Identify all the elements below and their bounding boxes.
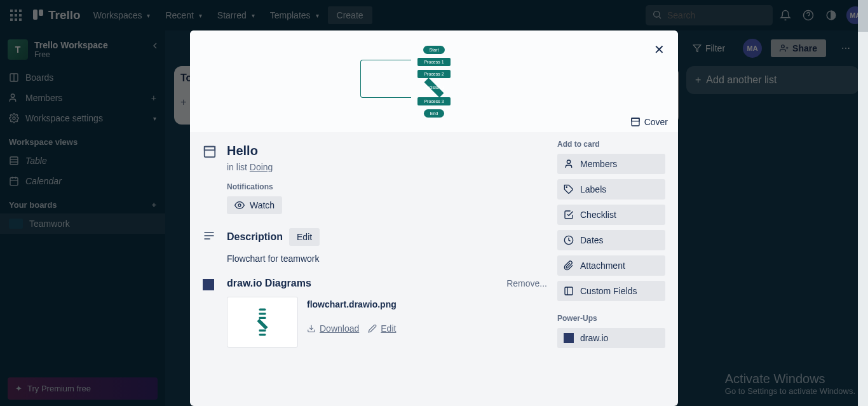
svg-rect-32 — [565, 287, 573, 295]
in-list-label: in list Doing — [227, 162, 273, 172]
drawio-heading: draw.io Diagrams — [227, 278, 311, 289]
add-to-card-heading: Add to card — [557, 140, 665, 149]
flowchart-preview: Start Process 1 Process 2 Decision 1 Pro… — [417, 46, 450, 118]
in-list-link[interactable]: Doing — [250, 162, 273, 172]
svg-point-30 — [566, 187, 567, 187]
powerups-heading: Power-Ups — [557, 314, 665, 323]
notifications-heading: Notifications — [227, 182, 547, 191]
modal-overlay[interactable]: ✕ Start Process 1 Process 2 Decision 1 P… — [0, 0, 868, 406]
svg-rect-21 — [632, 118, 639, 121]
custom-fields-button[interactable]: Custom Fields — [557, 281, 665, 301]
remove-drawio-link[interactable]: Remove... — [506, 278, 547, 288]
cover-button[interactable]: Cover — [630, 117, 668, 127]
download-link[interactable]: Download — [307, 323, 359, 334]
card-modal: ✕ Start Process 1 Process 2 Decision 1 P… — [190, 30, 678, 406]
checklist-button[interactable]: Checklist — [557, 205, 665, 225]
description-icon — [203, 229, 218, 264]
watch-button[interactable]: Watch — [227, 196, 282, 214]
description-text[interactable]: Flowchart for teamwork — [227, 254, 547, 264]
svg-rect-23 — [205, 147, 215, 151]
scrollbar-thumb[interactable] — [858, 0, 868, 32]
drawio-section-icon — [203, 279, 218, 348]
card-title-icon — [203, 145, 218, 162]
card-cover: Start Process 1 Process 2 Decision 1 Pro… — [190, 30, 678, 132]
attachment-row[interactable]: flowchart.drawio.png Download Edit — [227, 297, 547, 348]
svg-point-29 — [567, 160, 570, 163]
svg-rect-20 — [632, 118, 639, 126]
drawio-powerup-button[interactable]: draw.io — [557, 328, 665, 348]
attachment-button[interactable]: Attachment — [557, 255, 665, 276]
description-heading: Description — [227, 231, 283, 243]
dates-button[interactable]: Dates — [557, 230, 665, 250]
edit-description-button[interactable]: Edit — [289, 228, 320, 246]
attachment-name: flowchart.drawio.png — [307, 299, 397, 309]
svg-point-24 — [238, 204, 241, 206]
drawio-section: draw.io Diagrams Remove... — [203, 278, 547, 348]
attachment-thumbnail[interactable] — [227, 297, 298, 348]
labels-button[interactable]: Labels — [557, 179, 665, 200]
description-section: Description Edit Flowchart for teamwork — [203, 228, 547, 264]
close-button[interactable]: ✕ — [649, 39, 669, 60]
members-button[interactable]: Members — [557, 154, 665, 174]
card-title[interactable]: Hello — [227, 144, 273, 158]
svg-rect-22 — [205, 147, 215, 158]
edit-attachment-link[interactable]: Edit — [368, 323, 396, 334]
scrollbar[interactable] — [858, 0, 868, 406]
drawio-icon — [564, 333, 574, 343]
